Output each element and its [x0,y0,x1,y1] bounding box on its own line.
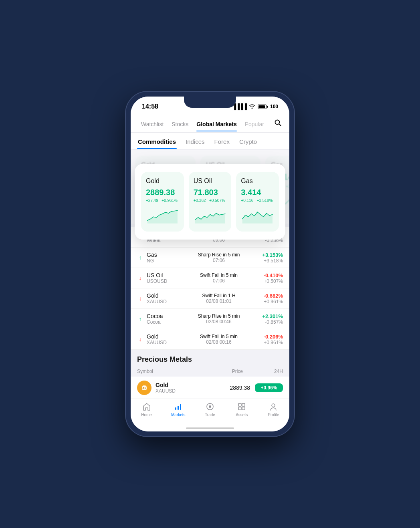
profile-icon [269,402,278,411]
tab-global-markets[interactable]: Global Markets [192,119,240,131]
svg-rect-17 [242,407,245,410]
alert-row-gold1[interactable]: ↓ Gold XAUUSD Swift Fall in 1 H 02/08 01… [131,288,289,309]
nav-assets-label: Assets [236,413,248,417]
nav-profile[interactable]: Profile [258,402,289,417]
svg-marker-6 [147,210,178,223]
wifi-icon [249,104,255,110]
status-time: 14:58 [142,103,158,110]
phone-screen: 14:58 ▐▐▐▐ 100 Watchlist Stocks [131,97,289,431]
nav-profile-label: Profile [268,413,279,417]
nav-home[interactable]: Home [131,402,162,417]
trade-icon [206,402,214,411]
nav-markets[interactable]: Markets [162,402,194,417]
nav-tabs: Watchlist Stocks Global Markets Popular [131,114,289,133]
overlay-card-gas-change: +0.116 +3.518% [241,198,274,203]
col-24h: 24H [251,369,283,374]
metal-price: 2889.38 [176,385,250,391]
svg-rect-10 [178,406,179,410]
nav-trade-label: Trade [205,413,215,417]
overlay-card-gas[interactable]: Gas 3.414 +0.116 +3.518% [236,172,279,232]
svg-rect-16 [238,407,241,410]
overlay-card-gold-change: +27.49 +0.961% [146,198,179,203]
overlay-card-gas-price: 3.414 [241,188,274,197]
status-icons: ▐▐▐▐ 100 [232,103,278,110]
metal-badge-24h: +0.96% [255,383,283,392]
phone-frame: 14:58 ▐▐▐▐ 100 Watchlist Stocks [126,92,294,436]
gas-chart [241,206,274,226]
nav-assets[interactable]: Assets [226,402,258,417]
tab-forex[interactable]: Forex [214,137,230,149]
sub-tabs: Commodities Indices Forex Crypto [131,133,289,149]
tab-crypto[interactable]: Crypto [238,137,258,149]
nav-home-label: Home [141,413,152,417]
section-title: Precious Metals [137,355,283,364]
svg-rect-11 [180,404,181,410]
nav-markets-label: Markets [171,413,186,417]
metal-name-block: Gold XAUUSD [155,382,176,394]
arrow-up-icon: ↑ [137,316,143,322]
gold-chart [146,206,179,226]
alert-row-cocoa[interactable]: ↑ Cocoa Cocoa Sharp Rise in 5 min 02/08 … [131,309,289,329]
alert-row-gold2[interactable]: ↓ Gold XAUUSD Swift Fall in 5 min 02/08 … [131,329,289,350]
gold-icon: Au [137,381,151,395]
alert-row-gas[interactable]: ↑ Gas NG Sharp Rise in 5 min 07:06 +3.15… [131,248,289,268]
arrow-down-icon: ↓ [137,275,143,281]
overlay-card-usoil-price: 71.803 [194,188,227,197]
home-icon [142,402,151,411]
overlay-card-gold[interactable]: Gold 2889.38 +27.49 +0.961% [141,172,184,232]
bottom-nav: Home Markets Trade [131,399,289,431]
home-indicator [186,427,234,429]
tab-watchlist[interactable]: Watchlist [137,119,168,131]
overlay-card-usoil-change: +0.362 +0.507% [194,198,227,203]
col-price: Price [200,369,243,374]
tab-popular[interactable]: Popular [241,119,268,131]
svg-marker-8 [242,212,273,224]
overlay-card-usoil-title: US Oil [194,177,227,185]
overlay-card-gold-title: Gold [146,177,179,185]
svg-marker-7 [195,213,225,224]
tab-commodities[interactable]: Commodities [137,137,177,149]
usoil-chart [194,206,227,226]
svg-point-18 [272,404,275,407]
table-header: Symbol Price 24H [131,366,289,377]
tab-indices[interactable]: Indices [185,137,206,149]
battery-icon [258,105,268,109]
tab-stocks[interactable]: Stocks [168,119,192,131]
assets-icon [237,402,246,411]
overlay-featured-cards: Gold 2889.38 +27.49 +0.961% US Oil 71.80… [135,164,285,240]
svg-line-1 [279,124,281,126]
arrow-down-icon: ↓ [137,336,143,343]
notch [184,97,236,108]
search-icon[interactable] [273,117,283,132]
nav-trade[interactable]: Trade [194,402,226,417]
alerts-list: ↓ Wheat Wheat Swift Fall in 5 min 09:06 … [131,227,289,350]
overlay-card-gas-title: Gas [241,177,274,185]
col-symbol: Symbol [137,369,200,374]
svg-rect-14 [238,403,241,406]
alert-row-usoil[interactable]: ↓ US Oil USOUSD Swift Fall in 5 min 07:0… [131,268,289,288]
arrow-down-icon: ↓ [137,295,143,302]
overlay-card-usoil[interactable]: US Oil 71.803 +0.362 +0.507% [189,172,232,232]
overlay-card-gold-price: 2889.38 [146,188,179,197]
precious-metals-section-header: Precious Metals [131,350,289,366]
svg-text:Au: Au [142,387,146,389]
svg-rect-9 [175,407,176,410]
svg-rect-15 [242,403,245,406]
svg-point-13 [209,405,211,408]
markets-icon [174,402,183,411]
arrow-up-icon: ↑ [137,254,143,261]
battery-label: 100 [270,104,278,109]
metal-row-gold[interactable]: Au Gold XAUUSD 2889.38 +0.96% [131,377,289,399]
